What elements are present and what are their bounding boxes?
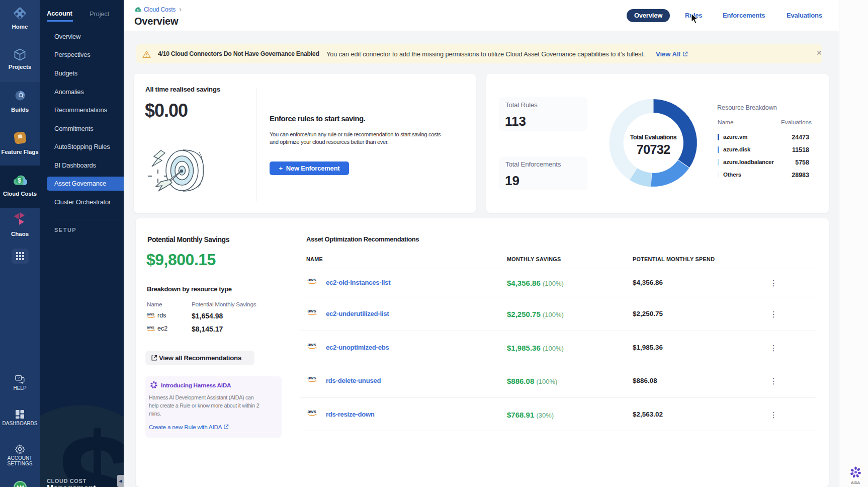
svg-text:?: ?	[17, 376, 20, 380]
svg-text:aws: aws	[308, 409, 316, 414]
svg-text:aws: aws	[147, 312, 155, 316]
svg-text:aws: aws	[308, 277, 316, 282]
svg-text:aws: aws	[147, 325, 155, 330]
svg-text:aws: aws	[308, 342, 316, 347]
svg-text:70732: 70732	[637, 142, 671, 156]
svg-text:$: $	[17, 177, 21, 184]
svg-text:aws: aws	[308, 376, 316, 381]
svg-text:aws: aws	[308, 309, 316, 314]
svg-text:Total Evaluations: Total Evaluations	[630, 134, 677, 141]
